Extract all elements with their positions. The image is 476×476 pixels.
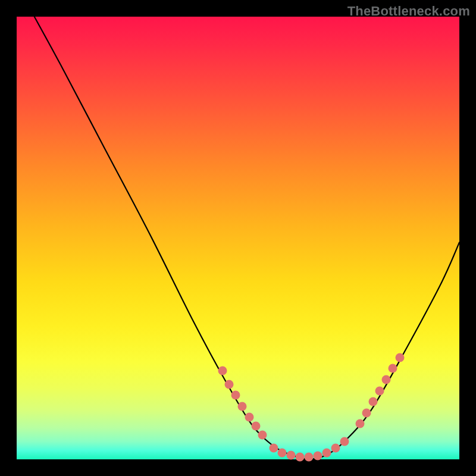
data-point bbox=[362, 408, 371, 417]
data-point bbox=[296, 453, 305, 462]
data-point bbox=[258, 431, 267, 440]
data-point bbox=[322, 448, 331, 457]
data-point bbox=[389, 364, 397, 373]
data-point bbox=[287, 450, 296, 459]
data-point bbox=[375, 386, 384, 395]
data-point bbox=[395, 353, 404, 362]
data-point bbox=[231, 391, 240, 400]
data-point bbox=[251, 422, 260, 431]
data-point bbox=[313, 452, 322, 461]
data-point bbox=[340, 437, 349, 446]
bottleneck-curve bbox=[35, 17, 459, 459]
curve-layer bbox=[17, 17, 459, 459]
data-point bbox=[278, 448, 287, 457]
data-point bbox=[269, 444, 278, 453]
data-point bbox=[245, 413, 253, 422]
data-point bbox=[225, 380, 234, 389]
data-point bbox=[331, 444, 340, 453]
data-point bbox=[382, 375, 391, 384]
chart-container: TheBottleneck.com bbox=[0, 0, 476, 476]
data-point bbox=[218, 367, 227, 375]
data-point bbox=[238, 402, 247, 411]
watermark-text: TheBottleneck.com bbox=[347, 4, 470, 19]
data-point bbox=[368, 397, 377, 406]
data-point bbox=[355, 419, 364, 428]
data-point bbox=[305, 453, 314, 462]
plot-area bbox=[17, 17, 459, 459]
